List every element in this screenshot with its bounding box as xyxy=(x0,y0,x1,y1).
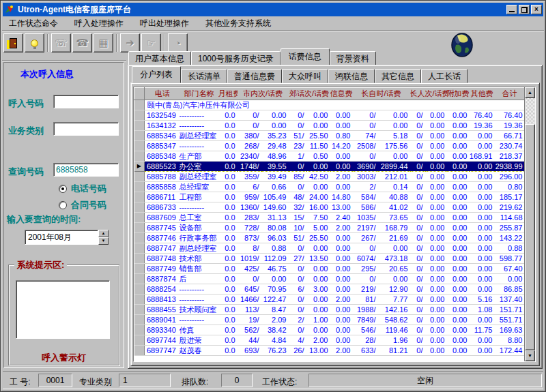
table-row[interactable]: 6887747副总经理室0.08/0.880/0.000.000/0.000/0… xyxy=(134,243,525,254)
cell-value: 0.00 xyxy=(470,192,495,202)
scrollbar-track[interactable] xyxy=(525,98,535,124)
keypad-button[interactable]: ▦ xyxy=(94,33,113,52)
restore-button[interactable] xyxy=(519,5,530,14)
scrollbar-thumb[interactable] xyxy=(525,124,535,350)
column-header[interactable]: 附加费 xyxy=(447,88,470,100)
table-row[interactable]: 6886711工程部0.0959/105.4948/24.0014.80584/… xyxy=(134,192,525,202)
subtab-大众呼叫[interactable]: 大众呼叫 xyxy=(282,69,328,83)
spinner-up-button[interactable]: ▲ xyxy=(98,230,109,237)
column-header[interactable]: 月租费 xyxy=(218,88,238,100)
cell-value: 1019/ xyxy=(238,254,261,264)
minimize-button[interactable] xyxy=(506,5,517,14)
cell-department: 副总经理室 xyxy=(177,172,218,182)
radio-phone-icon xyxy=(59,185,67,193)
scroll-up-button[interactable]: ▲ xyxy=(525,87,535,98)
service-type-input[interactable] xyxy=(53,122,119,136)
column-header[interactable]: 其他费 xyxy=(470,88,495,100)
cell-value: 873/ xyxy=(238,233,261,243)
cell-value: 0.00 xyxy=(425,233,447,243)
table-row[interactable]: 6888413----------0.01466/122.470/0.002.0… xyxy=(134,295,525,305)
column-header[interactable]: 长自时/话费 xyxy=(353,88,410,100)
table-row[interactable]: 1634132----------0.00/0.000/0.000.000/0.… xyxy=(134,121,525,131)
phone-answer-button[interactable]: ☏ xyxy=(51,33,71,52)
tab-话费信息[interactable]: 话费信息 xyxy=(281,48,330,65)
keypad-icon: ▦ xyxy=(98,37,108,49)
close-button[interactable]: × xyxy=(531,5,542,14)
cell-phone: 6887748 xyxy=(145,254,177,264)
cell-department: 副总经理室 xyxy=(177,243,218,254)
radio-contract-icon xyxy=(59,201,67,209)
table-row[interactable]: 6886733----------0.01360/149.6032/16.001… xyxy=(134,202,525,213)
subtab-其它信息[interactable]: 其它信息 xyxy=(375,69,421,83)
table-row[interactable]: 1632549----------0.00/0.000/0.000.000/0.… xyxy=(134,110,525,121)
phone-hangup-button[interactable]: ☎ xyxy=(72,33,92,52)
table-row[interactable]: 6885347----------0.0268/29.4823/11.5014.… xyxy=(134,141,525,151)
minimize-icon xyxy=(509,11,515,12)
column-header[interactable]: 合计 xyxy=(495,88,525,100)
table-row[interactable]: 6888254----------0.0645/70.956/3.000.002… xyxy=(134,284,525,295)
cell-value: 230.74 xyxy=(495,141,525,151)
company-row[interactable]: 颐中(青岛)汽车冲压件有限公司 xyxy=(134,100,525,110)
cell-department: 设备部 xyxy=(177,223,218,233)
menu-item[interactable]: 其他业务支持系统 xyxy=(205,18,271,29)
table-row[interactable]: 6887745设备部0.0728/80.0810/5.002.002197/16… xyxy=(134,223,525,233)
table-row[interactable]: 6885346副总经理室0.0380/35.2351/25.500.8074/5… xyxy=(134,131,525,141)
cell-value: 0.0 xyxy=(218,264,238,274)
table-row[interactable]: 6887749销售部0.0425/46.750/0.000.00295/20.6… xyxy=(134,264,525,274)
cell-value: 0.00 xyxy=(425,274,447,284)
tab-用户基本信息[interactable]: 用户基本信息 xyxy=(128,51,191,65)
table-row[interactable]: 6887748技术部0.01019/112.0927/13.500.006074… xyxy=(134,254,525,264)
row-gutter xyxy=(134,223,145,233)
column-header[interactable]: 电话 xyxy=(145,88,177,100)
caller-number-label: 呼入号码 xyxy=(8,97,44,110)
cell-value: 0/ xyxy=(289,325,306,335)
table-row[interactable]: 6897747赵茂春0.0693/76.2326/13.002.00633/81… xyxy=(134,346,525,356)
table-row[interactable]: 6893340传真0.0562/38.420/0.000.00546/119.4… xyxy=(134,325,525,335)
table-row[interactable]: 6887874后0.00/0.000/0.000.000/0.000/0.000… xyxy=(134,274,525,284)
column-header[interactable]: 部门名称 xyxy=(177,88,218,100)
subtab-人工长话[interactable]: 人工长话 xyxy=(421,69,468,83)
menu-item[interactable]: 呼出处理操作 xyxy=(140,18,189,29)
cell-value: 0.0 xyxy=(218,121,238,131)
table-row[interactable]: 6897744殷进荣0.044/4.844/2.000.0028/1.960/0… xyxy=(134,335,525,346)
subtab-鸿联信息[interactable]: 鸿联信息 xyxy=(328,69,375,83)
caller-number-input[interactable] xyxy=(53,95,119,108)
title-bar[interactable]: Utron-Agent电信客服座席平台 × xyxy=(3,3,543,16)
column-header[interactable]: 市内次/话费 xyxy=(238,88,289,100)
table-row[interactable]: 6887746行政事务部0.0873/96.0351/25.500.00267/… xyxy=(134,233,525,243)
subtab-普通信息费[interactable]: 普通信息费 xyxy=(227,69,282,83)
cell-phone: 6885347 xyxy=(145,141,177,151)
table-row[interactable]: 6889041----------0.019/2.092/1.000.00784… xyxy=(134,315,525,325)
cell-value: 0.00 xyxy=(425,315,447,325)
radio-contract-number[interactable]: 合同号码 xyxy=(59,199,106,211)
radio-phone-number[interactable]: 电话号码 xyxy=(59,183,106,195)
exit-door-button[interactable] xyxy=(3,33,23,52)
cell-value: 0.0 xyxy=(218,233,238,243)
table-row[interactable]: ▶6885523办公室0.01748/39.550/0.000.003690/2… xyxy=(134,162,525,172)
spinner-down-button[interactable]: ▼ xyxy=(98,237,109,245)
menu-item[interactable]: 呼入处理操作 xyxy=(74,18,124,29)
lightbulb-button[interactable] xyxy=(25,33,44,52)
subtab-分户列表[interactable]: 分户列表 xyxy=(132,66,181,83)
query-month-input[interactable]: 2001年08月 xyxy=(25,230,98,245)
table-row[interactable]: 6885348生产部0.02340/48.961/0.500.000/0.000… xyxy=(134,151,525,162)
category-value: 1 xyxy=(119,374,171,387)
menu-item[interactable]: 工作状态命令 xyxy=(9,18,58,29)
cell-value: 0.0 xyxy=(218,254,238,264)
query-number-input[interactable] xyxy=(53,163,119,177)
table-row[interactable]: 6888455技术顾问室0.0113/8.470/0.000.001988/14… xyxy=(134,305,525,315)
cell-value: 0.00 xyxy=(470,335,495,346)
column-header[interactable]: 信息费 xyxy=(330,88,353,100)
tab-1000号服务历史记录[interactable]: 1000号服务历史记录 xyxy=(191,51,281,65)
table-row[interactable]: 6885858总经理室0.06/0.660/0.000.002/0.140/0.… xyxy=(134,182,525,192)
tab-背景资料[interactable]: 背景资料 xyxy=(330,51,376,65)
column-header[interactable]: 长人次/话费 xyxy=(410,88,447,100)
cell-value: 1.96 xyxy=(378,335,410,346)
table-row[interactable]: 6885788副总经理室0.0359/39.4985/42.502.003003… xyxy=(134,172,525,182)
subtab-长话清单[interactable]: 长话清单 xyxy=(181,69,227,83)
table-row[interactable]: 6887609总工室0.0283/31.1315/7.502.401035/73… xyxy=(134,213,525,223)
lightbulb-icon xyxy=(31,40,38,47)
cell-value: 0.0 xyxy=(218,131,238,141)
column-header[interactable]: 郊话次/话费 xyxy=(289,88,330,100)
scroll-down-button[interactable]: ▼ xyxy=(525,350,535,361)
